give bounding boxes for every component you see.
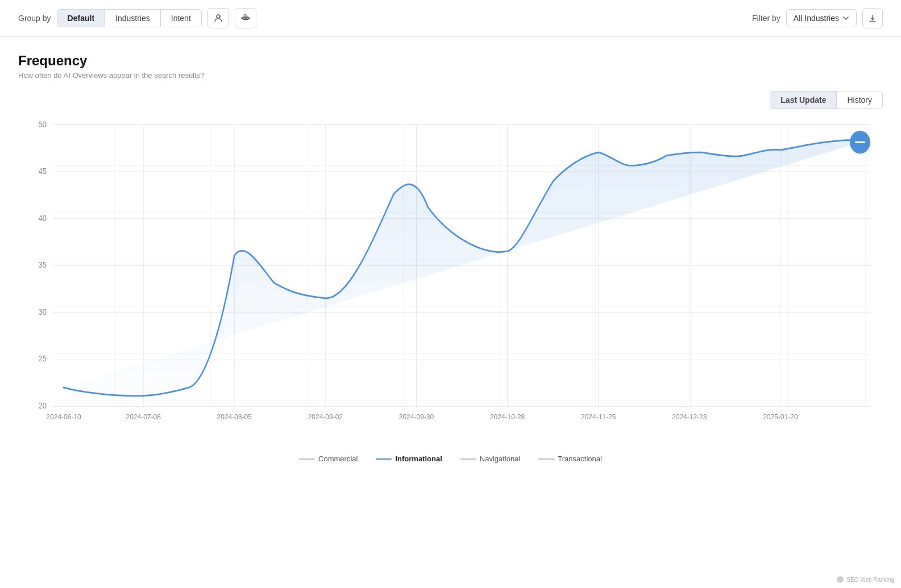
svg-text:20: 20 <box>39 401 47 410</box>
person-button[interactable] <box>207 8 229 28</box>
svg-text:2024-06-10: 2024-06-10 <box>46 412 81 421</box>
commercial-line <box>299 458 315 460</box>
filter-label: Filter by <box>752 14 780 23</box>
group-by-tabs: Default Industries Intent <box>57 9 202 27</box>
filter-dropdown[interactable]: All Industries <box>786 9 857 27</box>
legend-transactional: Transactional <box>538 454 602 463</box>
chart-area: 50 45 40 35 30 25 20 2024-06-10 2024-07-… <box>18 118 883 448</box>
svg-text:40: 40 <box>39 214 47 223</box>
legend-commercial: Commercial <box>299 454 358 463</box>
legend-informational: Informational <box>376 454 442 463</box>
svg-text:2024-08-05: 2024-08-05 <box>217 412 252 421</box>
section-subtitle: How often do AI Overviews appear in the … <box>18 71 883 80</box>
view-toggle-bar: Last Update History <box>18 91 883 109</box>
svg-text:2024-09-30: 2024-09-30 <box>399 412 434 421</box>
view-toggle: Last Update History <box>770 91 883 109</box>
svg-text:2024-11-25: 2024-11-25 <box>581 412 616 421</box>
frequency-chart: 50 45 40 35 30 25 20 2024-06-10 2024-07-… <box>18 118 883 448</box>
legend-commercial-label: Commercial <box>318 454 358 463</box>
tab-intent[interactable]: Intent <box>161 10 201 27</box>
legend-informational-label: Informational <box>395 454 442 463</box>
informational-line <box>376 458 392 460</box>
view-last-update[interactable]: Last Update <box>770 91 837 109</box>
legend-navigational: Navigational <box>460 454 521 463</box>
group-by-section: Group by Default Industries Intent <box>18 8 256 28</box>
transactional-line <box>538 458 554 460</box>
view-history[interactable]: History <box>837 91 882 109</box>
svg-point-0 <box>217 15 220 18</box>
download-button[interactable] <box>862 8 883 28</box>
svg-text:25: 25 <box>39 355 47 364</box>
filter-section: Filter by All Industries <box>752 8 883 28</box>
svg-text:45: 45 <box>39 167 47 176</box>
filter-value: All Industries <box>794 14 839 23</box>
svg-text:30: 30 <box>39 307 47 316</box>
svg-text:2025-01-20: 2025-01-20 <box>763 412 798 421</box>
main-content: Frequency How often do AI Overviews appe… <box>0 37 901 474</box>
svg-text:2024-12-23: 2024-12-23 <box>672 412 707 421</box>
chart-legend: Commercial Informational Navigational Tr… <box>18 454 883 463</box>
legend-transactional-label: Transactional <box>558 454 602 463</box>
svg-text:2024-10-28: 2024-10-28 <box>490 412 525 421</box>
legend-navigational-label: Navigational <box>480 454 521 463</box>
spy-icon <box>240 13 251 23</box>
person-icon <box>213 13 223 23</box>
navigational-line <box>460 458 476 460</box>
group-by-label: Group by <box>18 14 51 23</box>
svg-text:35: 35 <box>39 261 47 270</box>
svg-text:2024-07-08: 2024-07-08 <box>126 412 160 421</box>
tab-industries[interactable]: Industries <box>105 10 161 27</box>
tab-default[interactable]: Default <box>57 10 105 27</box>
spy-button[interactable] <box>235 8 256 28</box>
svg-text:50: 50 <box>39 120 47 129</box>
svg-text:2024-09-02: 2024-09-02 <box>308 412 343 421</box>
download-icon <box>868 14 877 23</box>
chevron-down-icon <box>842 15 849 22</box>
top-bar: Group by Default Industries Intent Filte… <box>0 0 901 37</box>
section-title: Frequency <box>18 53 883 69</box>
